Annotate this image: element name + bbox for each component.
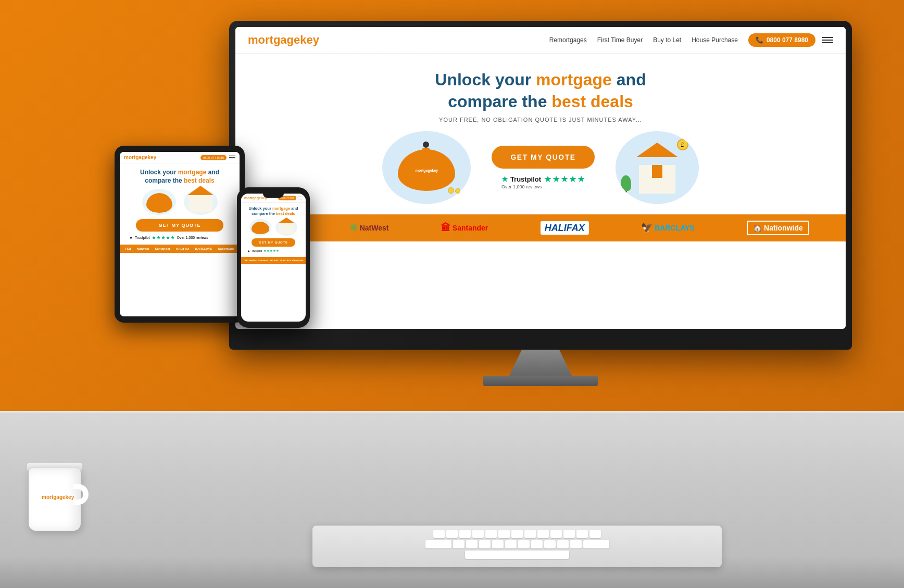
star-5 [577,175,585,183]
house-roof [636,143,678,157]
key [479,540,491,548]
key [544,540,556,548]
tablet-star-5 [171,236,175,240]
key [433,530,445,538]
phone-house-walls [279,223,294,234]
phone-lender-santander: Santander [258,259,269,262]
monitor-screen: mortgagekey Remortgages First Time Buyer… [235,27,846,329]
phone-lender-natwest: NatWest [249,259,257,262]
hero-subtitle: YOUR FREE, NO OBLIGATION QUOTE IS JUST M… [246,117,835,123]
trustpilot-label: Trustpilot [510,175,541,183]
phone-star-3 [270,250,272,252]
piggy-bank-label: mortgagekey [416,169,438,172]
house-scene [636,143,678,194]
hero-title-text2: and [612,70,646,89]
coin [448,187,454,194]
phone-lender-nationwide: Nationwide [292,259,303,262]
phone-hero: Unlock your mortgage and compare the bes… [241,203,306,257]
tablet-lender-nationwide: Nationwide [218,247,234,250]
key [518,540,530,548]
keyboard [312,526,722,567]
mug-handle [73,484,89,505]
key [570,540,582,548]
tablet-hamburger[interactable] [229,156,235,159]
halifax-label: HALIFAX [541,221,589,235]
barclays-label: BARCLAYS [655,224,695,232]
tablet-cta-button[interactable]: GET MY QUOTE [136,219,223,232]
nationwide-label: Nationwide [764,224,803,232]
nav-link-remortgages[interactable]: Remortgages [549,36,587,44]
phone-piggy [252,222,269,234]
tablet-trustpilot-label: Trustpilot [135,236,150,239]
get-quote-button[interactable]: GET MY QUOTE [492,146,594,169]
phone: mortgagekey 0800 077 8980 Unlock your mo… [237,187,310,328]
site-logo: mortgagekey [248,33,319,47]
star-4 [569,175,576,183]
hamburger-menu[interactable] [822,37,833,43]
phone-house-scene [275,219,297,236]
tablet-title-compare: compare the [145,177,184,184]
hero-title-text1: Unlock your [435,70,536,89]
key [537,530,549,538]
natwest-icon: ⚛ [349,222,358,234]
key [425,540,451,548]
lender-barclays: 🦅 BARCLAYS [641,222,695,234]
nav-link-house-purchase[interactable]: House Purchase [692,36,738,44]
star-2 [553,175,560,183]
coins [448,187,460,194]
site-nav: mortgagekey Remortgages First Time Buyer… [235,27,846,54]
tablet-nav: mortgagekey 0800 077 8980 [120,152,240,163]
mug-logo: mortgagekey [42,494,74,500]
phone-star-1 [263,250,266,252]
trustpilot: ★ Trustpilot [501,175,585,189]
tablet-lender-santander: Santander [155,247,170,250]
tablet-frame: mortgagekey 0800 077 8980 Unlock your mo… [115,146,245,323]
tablet-tp-stars [152,236,175,240]
phone-notch [263,194,284,198]
person-body [422,148,430,157]
tablet-house-scene [184,189,218,215]
house-walls [639,165,675,194]
phone-screen: mortgagekey 0800 077 8980 Unlock your mo… [241,194,306,322]
tablet-lender-bar: TSB NatWest Santander HALIFAX BARCLAYS N… [120,245,240,253]
key [531,540,543,548]
key [446,530,458,538]
tablet-star-3 [161,236,166,240]
nav-links: Remortgages First Time Buyer Buy to Let … [549,36,738,44]
keyboard-row-2 [317,540,718,548]
spacebar-key [465,551,569,559]
tablet-piggy-scene [142,189,176,215]
key [472,530,484,538]
nav-link-buy-to-let[interactable]: Buy to Let [653,36,681,44]
phone-hamburger[interactable] [298,197,303,199]
key [459,530,471,538]
hero-cta: GET MY QUOTE ★ Trustpilot [492,146,594,189]
key [589,530,601,538]
nav-phone[interactable]: 📞 0800 077 8980 [748,33,815,47]
phone-cta-button[interactable]: GET MY QUOTE [252,238,295,247]
tablet-lender-halifax: HALIFAX [176,247,190,250]
key [492,540,504,548]
coin [455,188,460,194]
phone-lender-halifax: HALIFAX [270,259,279,262]
trustpilot-reviews: Over 1,000 reviews [501,184,542,189]
site-hero: Unlock your mortgage and compare the bes… [235,54,846,214]
tablet-house-roof [187,186,214,195]
nav-link-first-time[interactable]: First Time Buyer [597,36,643,44]
phone-title-text1: Unlock your [248,206,272,211]
tablet-piggy [146,193,172,213]
key [550,530,562,538]
key [583,540,609,548]
lender-natwest: ⚛ NatWest [349,222,389,234]
phone-title: Unlock your mortgage and compare the bes… [244,206,303,216]
lender-halifax: HALIFAX [541,223,589,234]
key [511,530,523,538]
tablet-logo: mortgagekey [124,155,200,160]
natwest-label: NatWest [360,224,389,232]
trustpilot-logo: ★ Trustpilot [501,175,541,183]
santander-icon: 🏛 [441,223,450,234]
phone-tp-label: Trustpilot [252,249,262,252]
phone-icon: 📞 [756,36,763,44]
hero-left-illustration: mortgagekey [382,131,471,204]
monitor: mortgagekey Remortgages First Time Buyer… [229,21,852,386]
